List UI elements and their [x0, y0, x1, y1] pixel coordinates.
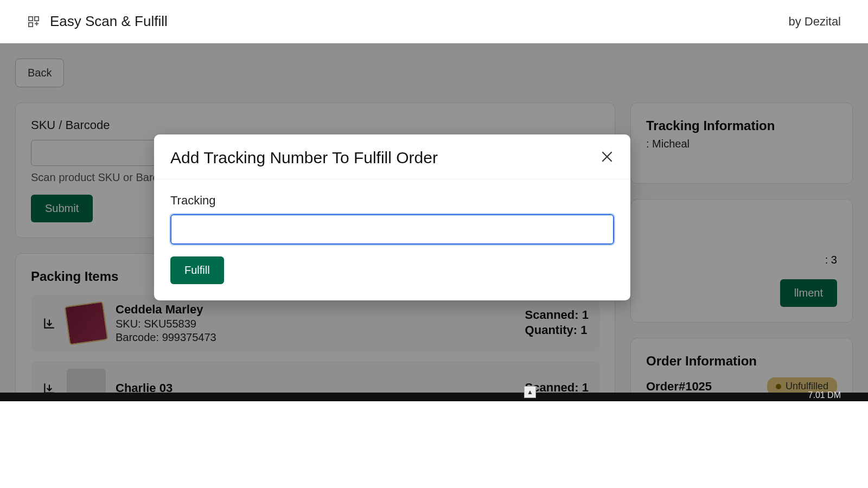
tracking-input[interactable] — [170, 214, 614, 245]
close-icon[interactable] — [600, 150, 614, 166]
svg-rect-1 — [35, 16, 39, 20]
scroll-up-icon[interactable]: ▲ — [524, 386, 536, 398]
bottom-whitespace — [0, 401, 868, 488]
modal-title: Add Tracking Number To Fulfill Order — [170, 149, 438, 167]
svg-rect-2 — [29, 22, 33, 26]
app-title: Easy Scan & Fulfill — [50, 13, 168, 30]
header-left: Easy Scan & Fulfill — [27, 13, 168, 30]
svg-rect-0 — [29, 16, 33, 20]
taskbar-clock: 7.01 DM — [808, 390, 841, 400]
tracking-label: Tracking — [170, 194, 614, 208]
fulfill-button[interactable]: Fulfill — [170, 256, 224, 284]
app-credit: by Dezital — [788, 15, 841, 29]
tracking-modal: Add Tracking Number To Fulfill Order Tra… — [154, 134, 630, 300]
app-logo-icon — [27, 15, 40, 28]
os-taskbar: ▲ 7.01 DM — [0, 393, 868, 401]
app-header: Easy Scan & Fulfill by Dezital — [0, 0, 868, 43]
